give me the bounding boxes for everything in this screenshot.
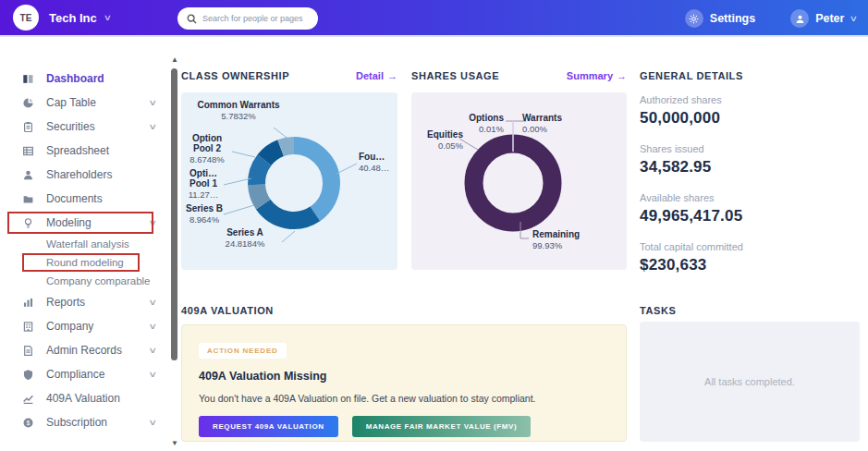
sidebar-item-modeling[interactable]: Modeling∨ <box>0 211 171 235</box>
sidebar-item-admin-records[interactable]: Admin Records∨ <box>0 338 171 362</box>
class-ownership-detail-link[interactable]: Detail <box>356 70 397 81</box>
sidebar-item-shareholders[interactable]: Shareholders <box>0 163 171 187</box>
sidebar-item-label: Shareholders <box>46 168 112 181</box>
sidebar-item-waterfall-analysis[interactable]: Waterfall analysis <box>0 235 171 253</box>
chevron-down-icon[interactable]: ∨ <box>103 13 111 22</box>
chevron-down-icon: ∨ <box>149 122 158 131</box>
valuation-409a-title: 409A VALUATION <box>181 305 274 316</box>
shares-usage-summary-link[interactable]: Summary <box>567 70 627 81</box>
chevron-down-icon: ∨ <box>149 370 158 379</box>
label-option-pool-2: Option Pool 2 8.6748% <box>181 133 233 165</box>
tasks-empty-message: All tasks completed. <box>704 376 795 387</box>
class-ownership-chart: Common Warrants 5.7832% Option Pool 2 8.… <box>181 92 397 270</box>
general-details-row: Authorized shares 50,000,000 <box>640 94 862 128</box>
sidebar-item-label: Securities <box>46 120 95 133</box>
gear-icon <box>685 9 703 28</box>
sidebar-item-securities[interactable]: Securities∨ <box>0 115 171 139</box>
arrow-right-icon <box>613 70 627 81</box>
sidebar-item-company[interactable]: Company∨ <box>0 314 171 338</box>
shares-usage-title: SHARES USAGE <box>411 70 499 81</box>
sidebar-item-label: Subscription <box>46 416 107 429</box>
shareholders-icon <box>22 169 34 181</box>
sidebar-item-reports[interactable]: Reports∨ <box>0 290 171 314</box>
label-option-pool-1: Opti… Pool 1 11.27… <box>181 168 226 200</box>
sidebar-item-label: Cap Table <box>46 96 96 109</box>
company-avatar[interactable]: TE <box>13 5 39 30</box>
sidebar-item-company-comparable[interactable]: Company comparable <box>0 272 171 290</box>
sidebar-item-compliance[interactable]: Compliance∨ <box>0 362 171 386</box>
chevron-down-icon: ∨ <box>149 346 158 355</box>
spreadsheet-icon <box>22 145 34 157</box>
sidebar-item-dashboard[interactable]: Dashboard <box>0 67 171 91</box>
sidebar-item-label: Spreadsheet <box>46 144 109 157</box>
scrollbar-thumb[interactable] <box>171 68 177 360</box>
settings-label: Settings <box>710 12 755 25</box>
scroll-down-arrow-icon[interactable]: ▼ <box>170 439 179 447</box>
user-name: Peter <box>815 12 844 25</box>
chevron-down-icon: ∨ <box>149 218 158 227</box>
label-equities: Equities 0.05% <box>411 129 463 151</box>
sidebar-item-label: Waterfall analysis <box>46 238 129 250</box>
sidebar-item-label: Dashboard <box>46 72 104 85</box>
sidebar-item-label: Documents <box>46 192 103 205</box>
sidebar-item-label: 409A Valuation <box>46 392 120 405</box>
sidebar-item-label: Company comparable <box>46 275 151 286</box>
admin-records-icon <box>22 345 34 357</box>
chevron-down-icon: ∨ <box>149 322 158 331</box>
general-details-row: Available shares 49,965,417.05 <box>640 192 862 226</box>
company-initials: TE <box>20 13 32 23</box>
search-box <box>177 7 318 30</box>
request-409a-valuation-button[interactable]: REQUEST 409A VALUATION <box>199 416 338 437</box>
search-input[interactable] <box>202 14 306 23</box>
chevron-down-icon[interactable]: ∨ <box>850 14 858 23</box>
class-ownership-title: CLASS OWNERSHIP <box>181 70 289 81</box>
top-bar: TE Tech Inc ∨ Settings Peter ∨ <box>0 0 868 37</box>
sidebar-item-documents[interactable]: Documents <box>0 187 171 211</box>
general-details-title: GENERAL DETAILS <box>640 70 743 81</box>
valuation-409a-body: You don't have a 409A Valuation on file.… <box>199 393 609 404</box>
tasks-panel: All tasks completed. <box>640 322 860 442</box>
label-founders: Fou… 40.48… <box>359 152 397 173</box>
svg-text:$: $ <box>27 419 31 425</box>
securities-icon <box>22 121 34 133</box>
documents-icon <box>22 193 34 205</box>
sidebar-item-label: Company <box>46 320 93 333</box>
compliance-icon <box>22 369 34 381</box>
scroll-up-arrow-icon[interactable]: ▲ <box>170 55 179 64</box>
subscription-icon: $ <box>22 417 34 429</box>
reports-icon <box>22 297 34 309</box>
search-icon <box>187 14 197 24</box>
label-warrants: Warrants 0.00% <box>522 113 587 134</box>
scrollbar: ▲ ▼ <box>170 55 179 447</box>
user-avatar-icon <box>790 9 809 28</box>
shares-usage-chart: Options 0.01% Warrants 0.00% Equities 0.… <box>411 92 627 270</box>
company-name[interactable]: Tech Inc <box>49 11 97 25</box>
sidebar-item-label: Round modeling <box>46 257 124 268</box>
cap-table-icon <box>22 97 34 109</box>
valuation-icon <box>22 393 34 405</box>
sidebar-item-label: Modeling <box>46 216 92 229</box>
manage-fmv-button[interactable]: MANAGE FAIR MARKET VALUE (FMV) <box>352 416 532 437</box>
sidebar-item-label: Admin Records <box>46 344 122 357</box>
tasks-title: TASKS <box>640 305 676 316</box>
modeling-icon <box>22 217 34 229</box>
settings-button[interactable]: Settings <box>685 9 755 28</box>
general-details-row: Shares issued 34,582.95 <box>640 143 862 177</box>
user-menu[interactable]: Peter ∨ <box>790 9 857 28</box>
arrow-right-icon <box>384 70 397 81</box>
sidebar-item-cap-table[interactable]: Cap Table∨ <box>0 91 171 115</box>
donut-segment-remaining <box>474 144 553 223</box>
dashboard-icon <box>22 73 34 85</box>
valuation-409a-heading: 409A Valuation Missing <box>199 370 609 383</box>
company-icon <box>22 321 34 333</box>
sidebar-item-spreadsheet[interactable]: Spreadsheet <box>0 139 171 163</box>
sidebar-item-409a-valuation[interactable]: 409A Valuation <box>0 386 171 410</box>
sidebar-item-subscription[interactable]: $Subscription∨ <box>0 410 171 434</box>
sidebar-item-round-modeling[interactable]: Round modeling <box>0 253 171 272</box>
chevron-down-icon: ∨ <box>149 98 158 107</box>
valuation-409a-panel: ACTION NEEDED 409A Valuation Missing You… <box>181 324 627 442</box>
chevron-down-icon: ∨ <box>149 418 158 427</box>
sidebar-item-label: Reports <box>46 296 85 309</box>
action-needed-badge: ACTION NEEDED <box>199 343 287 359</box>
label-series-a: Series A 24.8184% <box>213 227 277 249</box>
